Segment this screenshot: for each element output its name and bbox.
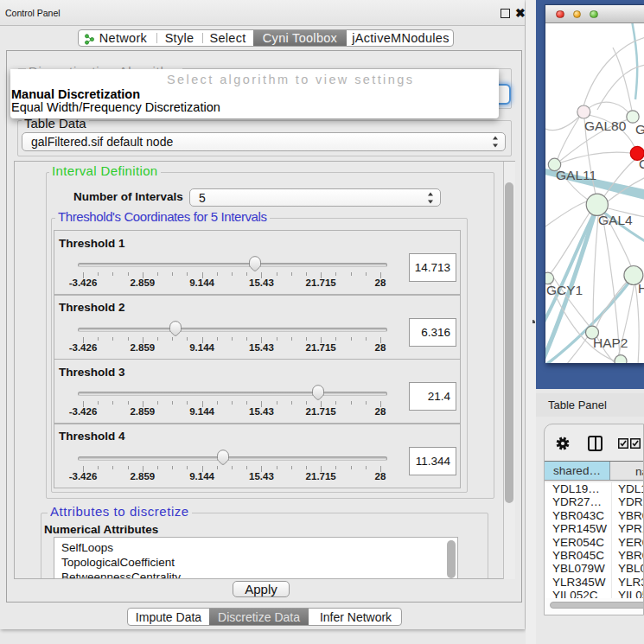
svg-text:GAL80: GAL80 <box>584 118 627 133</box>
svg-text:H: H <box>638 281 644 296</box>
svg-text:GAL11: GAL11 <box>556 168 596 182</box>
svg-text:C: C <box>639 156 644 171</box>
svg-text:HAP2: HAP2 <box>593 335 628 350</box>
svg-text:GA: GA <box>635 122 644 137</box>
svg-text:GCY1: GCY1 <box>546 283 583 297</box>
svg-text:GAL4: GAL4 <box>598 213 633 227</box>
